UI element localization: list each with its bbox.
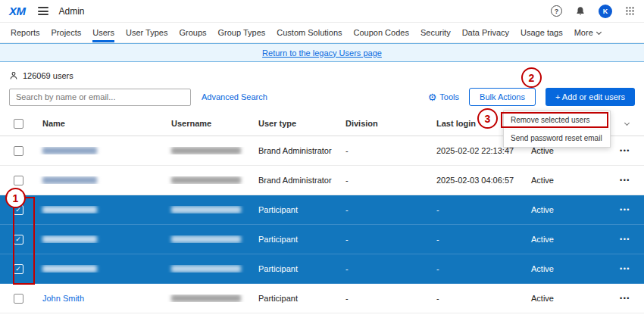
bulk-actions-button[interactable]: Bulk Actions — [469, 88, 536, 106]
row-checkbox[interactable] — [14, 146, 23, 156]
toolbar: Advanced Search ⚙ Tools Bulk Actions + A… — [9, 88, 635, 106]
table-row: John SmithParticipant--Active••• — [0, 284, 644, 313]
user-count-label: 126069 users — [23, 71, 73, 80]
row-actions-menu[interactable]: ••• — [606, 206, 644, 213]
table-row: ✓Participant--Active••• — [0, 195, 644, 225]
chevron-down-icon — [596, 29, 602, 34]
row-checkbox[interactable] — [14, 294, 23, 304]
hamburger-menu-icon[interactable] — [38, 5, 48, 17]
redacted-username — [171, 295, 241, 302]
last-login-cell: - — [430, 205, 525, 214]
page-title: Admin — [59, 6, 85, 17]
column-header-username[interactable]: Username — [165, 119, 252, 128]
redacted-username — [171, 147, 241, 154]
tab-group-types[interactable]: Group Types — [218, 23, 266, 42]
redacted-name — [42, 265, 97, 273]
redacted-name — [42, 206, 97, 213]
add-or-edit-users-button[interactable]: + Add or edit users — [546, 88, 635, 106]
last-login-cell: - — [430, 294, 525, 303]
row-actions-menu[interactable]: ••• — [606, 265, 644, 273]
table-body: Brand Administrator-2025-02-02 22:13:47A… — [0, 136, 644, 313]
annotation-box-checkboxes — [13, 197, 35, 285]
notifications-bell-icon[interactable] — [575, 6, 586, 17]
table-row: ✓Participant--Active••• — [0, 254, 644, 284]
column-header-division[interactable]: Division — [339, 119, 430, 128]
column-header-user-type[interactable]: User type — [252, 119, 339, 128]
tab-more[interactable]: More — [574, 23, 601, 42]
status-cell: Active — [525, 294, 606, 303]
redacted-name — [42, 235, 97, 243]
tab-custom-solutions[interactable]: Custom Solutions — [277, 23, 342, 42]
annotation-step-1: 1 — [5, 188, 26, 208]
user-avatar[interactable]: K — [599, 5, 612, 18]
column-settings-caret[interactable] — [606, 121, 644, 126]
status-cell: Active — [525, 205, 606, 214]
top-bar: XM Admin ? K — [0, 0, 644, 23]
apps-grid-icon[interactable] — [625, 6, 635, 16]
admin-users-page: XM Admin ? K ReportsProjectsUsersUser Ty… — [0, 0, 644, 321]
annotation-box-remove-users — [501, 112, 608, 128]
division-cell: - — [339, 146, 430, 155]
search-input[interactable] — [9, 89, 191, 106]
chevron-down-icon — [624, 120, 630, 125]
user-type-cell: Participant — [252, 205, 339, 214]
division-cell: - — [339, 205, 430, 214]
tab-coupon-codes[interactable]: Coupon Codes — [354, 23, 409, 42]
nav-tabs: ReportsProjectsUsersUser TypesGroupsGrou… — [0, 23, 644, 43]
row-actions-menu[interactable]: ••• — [606, 235, 644, 243]
redacted-username — [171, 206, 241, 213]
tab-usage-tags[interactable]: Usage tags — [521, 23, 563, 42]
annotation-step-3: 3 — [477, 108, 498, 129]
tab-security[interactable]: Security — [420, 23, 451, 42]
row-actions-menu[interactable]: ••• — [606, 295, 644, 302]
redacted-name — [42, 176, 97, 184]
menu-item-send-password-reset-email[interactable]: Send password reset email — [504, 129, 610, 147]
status-cell: Active — [525, 235, 606, 244]
row-checkbox[interactable] — [14, 176, 23, 185]
xm-logo: XM — [9, 5, 26, 17]
last-login-cell: - — [430, 235, 525, 244]
advanced-search-link[interactable]: Advanced Search — [202, 92, 267, 101]
user-type-cell: Brand Administrator — [252, 146, 339, 155]
tab-projects[interactable]: Projects — [52, 23, 82, 42]
division-cell: - — [339, 294, 430, 303]
legacy-users-link[interactable]: Return to the legacy Users page — [262, 48, 382, 58]
last-login-cell: 2025-02-03 04:06:57 — [430, 176, 525, 185]
select-all-checkbox[interactable] — [14, 119, 23, 129]
last-login-cell: - — [430, 264, 525, 273]
tab-data-privacy[interactable]: Data Privacy — [462, 23, 509, 42]
row-actions-menu[interactable]: ••• — [606, 147, 644, 154]
status-cell: Active — [525, 264, 606, 273]
legacy-banner: Return to the legacy Users page — [0, 43, 644, 62]
row-actions-menu[interactable]: ••• — [606, 176, 644, 184]
user-name-link[interactable]: John Smith — [42, 294, 84, 303]
division-cell: - — [339, 176, 430, 185]
division-cell: - — [339, 264, 430, 273]
user-type-cell: Participant — [252, 235, 339, 244]
person-icon — [9, 71, 18, 80]
status-cell: Active — [525, 176, 606, 185]
gear-icon: ⚙ — [428, 92, 437, 102]
division-cell: - — [339, 235, 430, 244]
annotation-step-2: 2 — [521, 67, 542, 88]
redacted-name — [42, 147, 97, 154]
table-row: ✓Participant--Active••• — [0, 225, 644, 254]
redacted-username — [171, 176, 241, 184]
redacted-username — [171, 235, 241, 243]
user-type-cell: Participant — [252, 294, 339, 303]
tab-user-types[interactable]: User Types — [126, 23, 167, 42]
user-count-row: 126069 users — [9, 71, 644, 80]
user-type-cell: Brand Administrator — [252, 176, 339, 185]
tab-groups[interactable]: Groups — [179, 23, 206, 42]
tab-reports[interactable]: Reports — [11, 23, 40, 42]
help-icon[interactable]: ? — [551, 5, 562, 17]
tab-users[interactable]: Users — [92, 23, 114, 42]
user-type-cell: Participant — [252, 264, 339, 273]
column-header-name[interactable]: Name — [36, 119, 165, 128]
table-row: Brand Administrator-2025-02-03 04:06:57A… — [0, 166, 644, 195]
redacted-username — [171, 265, 241, 273]
tools-button[interactable]: ⚙ Tools — [428, 92, 459, 102]
